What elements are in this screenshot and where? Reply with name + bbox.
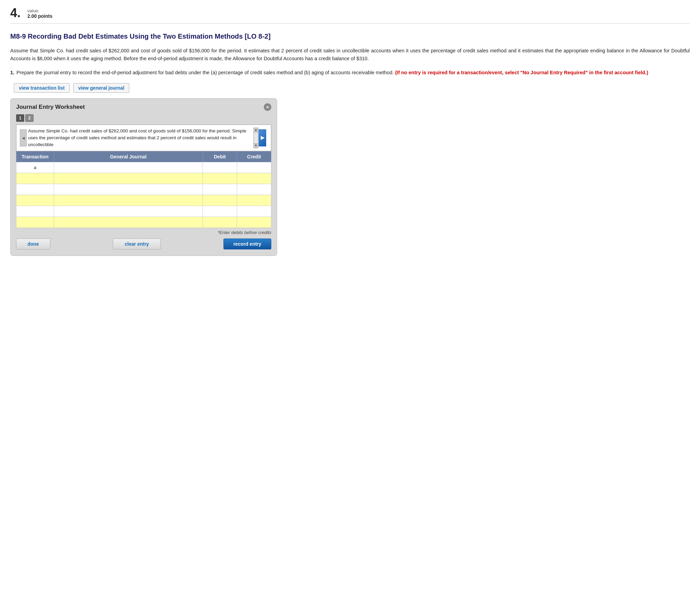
tab-row: 1 2 bbox=[16, 114, 271, 122]
credit-cell[interactable] bbox=[237, 195, 271, 206]
credit-input[interactable] bbox=[239, 198, 269, 203]
debit-cell[interactable] bbox=[203, 162, 237, 173]
transaction-cell bbox=[16, 184, 54, 195]
transaction-cell: a bbox=[16, 162, 54, 173]
journal-entry-worksheet: Journal Entry Worksheet × 1 2 ◀ Assume S… bbox=[10, 98, 277, 256]
debit-cell[interactable] bbox=[203, 173, 237, 184]
journal-cell[interactable] bbox=[54, 162, 203, 173]
scroll-up[interactable]: ▲ bbox=[254, 128, 258, 132]
debit-cell[interactable] bbox=[203, 184, 237, 195]
col-header-transaction: Transaction bbox=[16, 152, 54, 162]
table-row bbox=[16, 217, 271, 228]
journal-cell[interactable] bbox=[54, 184, 203, 195]
transaction-cell bbox=[16, 195, 54, 206]
scenario-nav-right: ▶ bbox=[259, 128, 266, 148]
table-header-row: Transaction General Journal Debit Credit bbox=[16, 152, 271, 162]
bottom-buttons: done clear entry record entry bbox=[16, 238, 271, 249]
credit-cell[interactable] bbox=[237, 173, 271, 184]
record-entry-button[interactable]: record entry bbox=[223, 238, 271, 249]
journal-cell[interactable] bbox=[54, 195, 203, 206]
scroll-track bbox=[254, 132, 258, 144]
journal-input[interactable] bbox=[56, 165, 200, 170]
scroll-bar: ▲ ▼ bbox=[253, 128, 259, 148]
debit-cell[interactable] bbox=[203, 206, 237, 217]
journal-input[interactable] bbox=[56, 220, 200, 225]
credit-input[interactable] bbox=[239, 176, 269, 181]
table-row bbox=[16, 206, 271, 217]
transaction-cell bbox=[16, 217, 54, 228]
points-value: 2.00 points bbox=[27, 13, 52, 19]
done-button[interactable]: done bbox=[16, 238, 50, 249]
tab-1[interactable]: 1 bbox=[16, 114, 24, 122]
action-buttons: view transaction list view general journ… bbox=[14, 83, 690, 93]
credit-input[interactable] bbox=[239, 209, 269, 214]
credit-input[interactable] bbox=[239, 187, 269, 192]
table-row bbox=[16, 195, 271, 206]
debit-cell[interactable] bbox=[203, 195, 237, 206]
table-row bbox=[16, 184, 271, 195]
instruction-red-text: (If no entry is required for a transacti… bbox=[395, 70, 648, 75]
journal-input[interactable] bbox=[56, 176, 200, 181]
tab-2[interactable]: 2 bbox=[25, 114, 34, 122]
debit-input[interactable] bbox=[205, 165, 235, 170]
debit-input[interactable] bbox=[205, 198, 235, 203]
table-row: a bbox=[16, 162, 271, 173]
credit-input[interactable] bbox=[239, 165, 269, 170]
debit-cell[interactable] bbox=[203, 217, 237, 228]
journal-cell[interactable] bbox=[54, 206, 203, 217]
worksheet-title: Journal Entry Worksheet bbox=[16, 104, 85, 111]
journal-cell[interactable] bbox=[54, 217, 203, 228]
value-label: value: bbox=[27, 8, 52, 13]
scenario-nav-left: ◀ bbox=[20, 128, 27, 148]
journal-table: Transaction General Journal Debit Credit… bbox=[16, 151, 271, 228]
question-header: 4. value: 2.00 points bbox=[10, 7, 690, 24]
transaction-cell bbox=[16, 173, 54, 184]
credit-cell[interactable] bbox=[237, 206, 271, 217]
transaction-cell bbox=[16, 206, 54, 217]
question-body: Assume that Simple Co. had credit sales … bbox=[10, 47, 690, 63]
journal-input[interactable] bbox=[56, 209, 200, 214]
journal-input[interactable] bbox=[56, 198, 200, 203]
debit-input[interactable] bbox=[205, 176, 235, 181]
prev-arrow[interactable]: ◀ bbox=[20, 129, 27, 146]
scroll-down[interactable]: ▼ bbox=[254, 143, 258, 148]
col-header-journal: General Journal bbox=[54, 152, 203, 162]
scenario-text: Assume Simple Co. had credit sales of $2… bbox=[28, 128, 252, 148]
credit-cell[interactable] bbox=[237, 217, 271, 228]
credit-input[interactable] bbox=[239, 220, 269, 225]
worksheet-header: Journal Entry Worksheet × bbox=[16, 103, 271, 111]
instruction-text: Prepare the journal entry to record the … bbox=[16, 69, 648, 77]
instruction-number: 1. bbox=[10, 69, 14, 77]
question-number: 4. bbox=[10, 7, 21, 19]
scenario-box: ◀ Assume Simple Co. had credit sales of … bbox=[16, 125, 271, 152]
hint-text: *Enter debits before credits bbox=[16, 230, 271, 235]
view-transaction-button[interactable]: view transaction list bbox=[14, 83, 70, 93]
debit-input[interactable] bbox=[205, 187, 235, 192]
credit-cell[interactable] bbox=[237, 184, 271, 195]
col-header-credit: Credit bbox=[237, 152, 271, 162]
instruction-item: 1. Prepare the journal entry to record t… bbox=[10, 69, 690, 77]
view-journal-button[interactable]: view general journal bbox=[73, 83, 130, 93]
table-row bbox=[16, 173, 271, 184]
journal-cell[interactable] bbox=[54, 173, 203, 184]
journal-input[interactable] bbox=[56, 187, 200, 192]
close-button[interactable]: × bbox=[264, 103, 271, 111]
question-title: M8-9 Recording Bad Debt Estimates Using … bbox=[10, 32, 690, 41]
debit-input[interactable] bbox=[205, 220, 235, 225]
question-meta: value: 2.00 points bbox=[27, 7, 52, 19]
instruction-list: 1. Prepare the journal entry to record t… bbox=[10, 69, 690, 77]
clear-entry-button[interactable]: clear entry bbox=[113, 238, 161, 249]
debit-input[interactable] bbox=[205, 209, 235, 214]
credit-cell[interactable] bbox=[237, 162, 271, 173]
next-arrow[interactable]: ▶ bbox=[259, 129, 266, 146]
col-header-debit: Debit bbox=[203, 152, 237, 162]
